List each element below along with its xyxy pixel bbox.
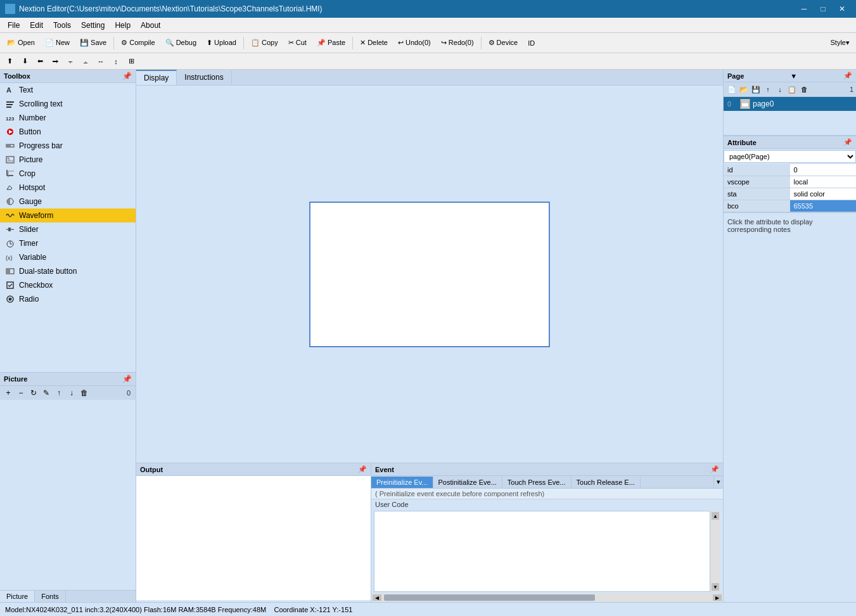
toolbox-item-picture[interactable]: Picture xyxy=(0,153,136,167)
delete-button[interactable]: ✕ Delete xyxy=(355,37,392,49)
tab-display[interactable]: Display xyxy=(136,70,177,85)
event-tab-press[interactable]: Touch Press Eve... xyxy=(502,477,572,488)
page-open-btn[interactable]: 📂 xyxy=(738,84,750,95)
attr-row-bco: bco 65535 xyxy=(724,200,856,212)
toolbox-item-crop[interactable]: Crop xyxy=(0,167,136,181)
size-height-button[interactable]: ↕ xyxy=(109,55,123,68)
open-button[interactable]: 📂 Open xyxy=(3,37,39,49)
align-left-button[interactable]: ⬅ xyxy=(33,55,47,68)
tab-fonts[interactable]: Fonts xyxy=(35,591,66,602)
copy-button[interactable]: 📋 Copy xyxy=(246,37,283,49)
style-button[interactable]: Style▾ xyxy=(827,37,853,48)
pic-delete-button[interactable]: 🗑 xyxy=(79,387,90,399)
page-down-btn[interactable]: ↓ xyxy=(774,84,786,95)
page-pin[interactable]: 📌 xyxy=(843,72,852,80)
attr-val-sta[interactable]: solid color xyxy=(790,188,857,200)
toolbox-item-scrolling[interactable]: Scrolling text xyxy=(0,97,136,111)
pic-edit-button[interactable]: ✎ xyxy=(41,387,52,399)
toolbox-item-waveform[interactable]: Waveform xyxy=(0,209,136,222)
output-header: Output 📌 xyxy=(136,463,371,476)
tab-instructions[interactable]: Instructions xyxy=(177,70,231,84)
align-hcenter-button[interactable]: ⫟ xyxy=(63,55,77,68)
page-copy-btn[interactable]: 📋 xyxy=(786,84,798,95)
toolbox-item-radio[interactable]: Radio xyxy=(0,292,136,306)
toolbox-item-progress[interactable]: Progress bar xyxy=(0,139,136,153)
toolbox-item-button[interactable]: Button xyxy=(0,125,136,139)
paste-button[interactable]: 📌 Paste xyxy=(312,37,350,49)
toolbox-item-slider[interactable]: Slider xyxy=(0,222,136,236)
toolbox-item-gauge[interactable]: Gauge xyxy=(0,195,136,209)
align-right-button[interactable]: ⮕ xyxy=(48,55,62,68)
pic-remove-button[interactable]: − xyxy=(15,387,27,399)
align-bottom-button[interactable]: ⬇ xyxy=(18,55,32,68)
minimize-button[interactable]: ─ xyxy=(795,3,813,15)
page-item-0[interactable]: 0 page0 xyxy=(724,97,856,111)
pic-up-button[interactable]: ↑ xyxy=(53,387,65,399)
event-tab-release[interactable]: Touch Release E... xyxy=(572,477,641,488)
toolbox-item-checkbox[interactable]: Checkbox xyxy=(0,278,136,292)
maximize-button[interactable]: □ xyxy=(814,3,832,15)
close-button[interactable]: ✕ xyxy=(833,3,851,15)
attr-pin[interactable]: 📌 xyxy=(843,138,852,146)
event-tab-more[interactable]: ▾ xyxy=(713,476,723,488)
toolbox-item-text[interactable]: A Text xyxy=(0,83,136,97)
event-vscroll[interactable]: ▲ ▼ xyxy=(710,511,720,592)
toolbox-item-dual[interactable]: Dual-state button xyxy=(0,264,136,278)
toolbox-item-variable[interactable]: (x) Variable xyxy=(0,250,136,264)
menu-edit[interactable]: Edit xyxy=(25,20,48,31)
attr-table: id 0 vscope local sta solid color bco 65… xyxy=(724,164,856,212)
menu-tools[interactable]: Tools xyxy=(48,20,76,31)
save-button[interactable]: 💾 Save xyxy=(75,37,111,49)
compile-button[interactable]: ⚙ Compile xyxy=(117,37,159,49)
grid-button[interactable]: ⊞ xyxy=(124,55,138,68)
attr-val-id[interactable]: 0 xyxy=(790,164,857,176)
attr-val-vscope[interactable]: local xyxy=(790,176,857,188)
page-expand[interactable]: ▼ xyxy=(790,72,797,80)
event-editor[interactable] xyxy=(374,511,710,592)
size-width-button[interactable]: ↔ xyxy=(94,55,108,68)
toolbox-item-timer[interactable]: Timer xyxy=(0,236,136,250)
waveform-icon xyxy=(5,210,15,221)
picture-pin[interactable]: 📌 xyxy=(122,375,132,383)
bottom-tabs: Picture Fonts xyxy=(0,590,136,602)
output-pin[interactable]: 📌 xyxy=(358,465,367,473)
event-hscroll[interactable]: ◀ ▶ xyxy=(371,593,723,602)
cut-button[interactable]: ✂ Cut xyxy=(284,37,311,49)
align-top-button[interactable]: ⬆ xyxy=(3,55,16,68)
attr-title: Attribute xyxy=(727,139,757,146)
pic-add-button[interactable]: + xyxy=(3,387,14,399)
undo-button[interactable]: ↩ Undo(0) xyxy=(393,37,435,49)
page-new-btn[interactable]: 📄 xyxy=(726,84,738,95)
status-freq: Frequency:48M xyxy=(218,606,266,613)
redo-button[interactable]: ↪ Redo(0) xyxy=(437,37,478,49)
canvas-area[interactable] xyxy=(136,86,723,463)
event-tab-preinit[interactable]: Preinitialize Ev... xyxy=(371,477,433,488)
attr-val-bco[interactable]: 65535 xyxy=(790,200,857,212)
tab-picture[interactable]: Picture xyxy=(0,591,35,602)
event-tab-postinit[interactable]: Postinitialize Eve... xyxy=(433,477,502,488)
toolbox-item-number[interactable]: 123 Number xyxy=(0,111,136,125)
menu-about[interactable]: About xyxy=(136,20,165,31)
timer-icon xyxy=(5,238,15,248)
page-up-btn[interactable]: ↑ xyxy=(762,84,774,95)
device-button[interactable]: ⚙ Device xyxy=(484,37,523,49)
menu-setting[interactable]: Setting xyxy=(76,20,110,31)
event-pin[interactable]: 📌 xyxy=(710,465,719,473)
menu-file[interactable]: File xyxy=(3,20,25,31)
align-vcenter-button[interactable]: ⫠ xyxy=(79,55,93,68)
page-save-btn[interactable]: 💾 xyxy=(750,84,762,95)
page-delete-btn[interactable]: 🗑 xyxy=(798,84,810,95)
attr-key-id: id xyxy=(724,164,790,176)
id-button[interactable]: ID xyxy=(523,37,539,49)
toolbox-pin[interactable]: 📌 xyxy=(122,72,132,80)
pic-down-button[interactable]: ↓ xyxy=(66,387,77,399)
hscroll-thumb[interactable] xyxy=(384,594,595,601)
page-title: Page xyxy=(727,72,744,80)
pic-refresh-button[interactable]: ↻ xyxy=(28,387,39,399)
menu-help[interactable]: Help xyxy=(110,20,136,31)
attr-selector[interactable]: page0(Page) xyxy=(724,150,856,163)
toolbox-item-hotspot[interactable]: Hotspot xyxy=(0,181,136,195)
new-button[interactable]: 📄 New xyxy=(41,37,74,49)
debug-button[interactable]: 🔍 Debug xyxy=(161,37,201,49)
upload-button[interactable]: ⬆ Upload xyxy=(202,37,241,49)
